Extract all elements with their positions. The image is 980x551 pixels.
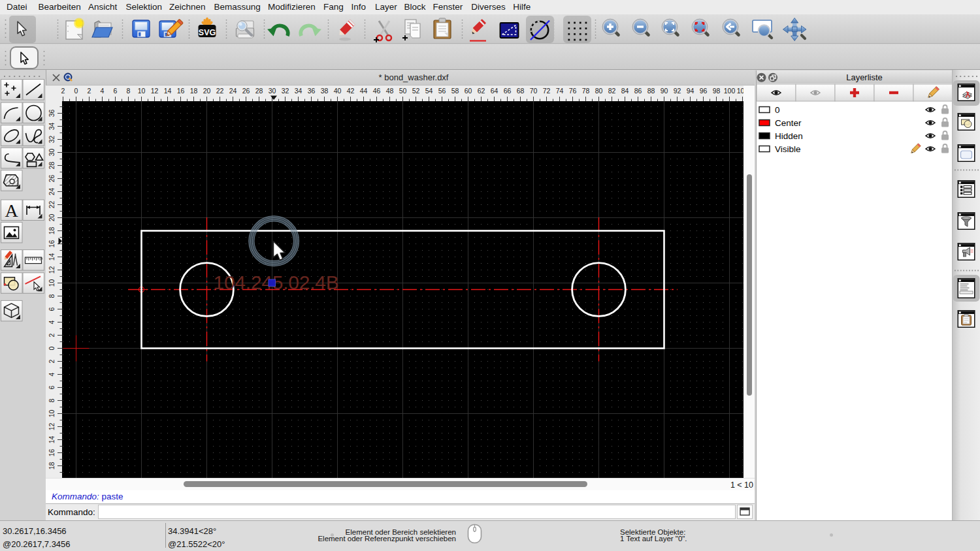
svg-text:38: 38 [321,87,329,95]
svg-text:12: 12 [48,423,56,431]
svg-text:90: 90 [661,87,668,95]
svg-text:62: 62 [478,87,485,95]
svg-text:66: 66 [504,87,512,95]
svg-text:10: 10 [138,87,146,95]
svg-text:22: 22 [48,201,56,209]
svg-text:24: 24 [229,87,237,95]
svg-text:76: 76 [569,87,577,95]
svg-text:6: 6 [48,385,56,389]
svg-text:A: A [5,200,18,221]
svg-text:0: 0 [74,87,78,95]
svg-text:80: 80 [595,87,603,95]
svg-text:Layerliste: Layerliste [846,72,883,82]
svg-text:14: 14 [164,87,172,95]
svg-text:48: 48 [386,87,394,95]
svg-text:68: 68 [517,87,525,95]
svg-text:Center: Center [775,118,802,128]
svg-text:12: 12 [48,266,56,274]
svg-text:36: 36 [48,110,56,118]
svg-text:40: 40 [334,87,342,95]
svg-text:78: 78 [582,87,590,95]
svg-text:2: 2 [61,87,65,95]
svg-text:14: 14 [48,436,56,444]
svg-text:34: 34 [48,123,56,131]
svg-text:26: 26 [48,175,56,183]
svg-text:14: 14 [48,253,56,261]
svg-text:10: 10 [48,279,56,287]
svg-text:16: 16 [48,449,56,457]
svg-text:32: 32 [48,136,56,144]
svg-text:6: 6 [114,87,118,95]
svg-text:18: 18 [48,462,56,470]
svg-text:50: 50 [399,87,407,95]
svg-text:56: 56 [438,87,446,95]
svg-text:74: 74 [556,87,564,95]
svg-text:72: 72 [543,87,551,95]
svg-text:100: 100 [724,87,736,95]
svg-text:16: 16 [48,240,56,248]
svg-text:Hidden: Hidden [775,131,803,141]
svg-text:6: 6 [48,307,56,311]
svg-text:36: 36 [308,87,316,95]
svg-text:30: 30 [48,149,56,157]
svg-text:4: 4 [48,372,56,376]
svg-text:2: 2 [48,333,56,337]
svg-text:92: 92 [674,87,681,95]
svg-text:20: 20 [48,214,56,222]
svg-text:102: 102 [737,87,743,95]
svg-text:28: 28 [48,162,56,170]
svg-text:0: 0 [48,346,56,350]
svg-text:0: 0 [775,105,780,115]
svg-text:26: 26 [242,87,250,95]
svg-text:54: 54 [425,87,433,95]
svg-text:70: 70 [530,87,538,95]
svg-text:4: 4 [101,87,105,95]
svg-text:84: 84 [621,87,629,95]
svg-text:20: 20 [203,87,211,95]
svg-text:46: 46 [373,87,381,95]
svg-text:12: 12 [151,87,159,95]
svg-text:8: 8 [48,294,56,298]
svg-text:18: 18 [190,87,198,95]
svg-text:58: 58 [451,87,459,95]
svg-text:4: 4 [48,320,56,324]
svg-text:22: 22 [216,87,224,95]
svg-text:104.245.02.4B: 104.245.02.4B [214,272,339,293]
svg-text:98: 98 [713,87,721,95]
svg-text:32: 32 [282,87,289,95]
svg-text:Visible: Visible [775,144,801,154]
svg-text:34: 34 [295,87,302,95]
svg-text:42: 42 [347,87,355,95]
svg-text:2: 2 [88,87,91,95]
svg-text:52: 52 [412,87,420,95]
svg-text:24: 24 [48,188,56,196]
svg-text:64: 64 [491,87,498,95]
svg-text:44: 44 [360,87,368,95]
svg-text:88: 88 [647,87,655,95]
svg-text:8: 8 [127,87,131,95]
svg-text:2: 2 [48,359,56,363]
svg-text:28: 28 [255,87,263,95]
svg-text:96: 96 [700,87,708,95]
svg-text:SVG: SVG [199,28,216,37]
svg-text:30: 30 [269,87,276,95]
svg-text:82: 82 [608,87,616,95]
svg-text:94: 94 [687,87,694,95]
svg-text:8: 8 [48,398,56,402]
svg-text:18: 18 [48,227,56,235]
svg-text:60: 60 [465,87,472,95]
svg-text:86: 86 [634,87,642,95]
svg-text:10: 10 [48,410,56,418]
svg-text:16: 16 [177,87,185,95]
